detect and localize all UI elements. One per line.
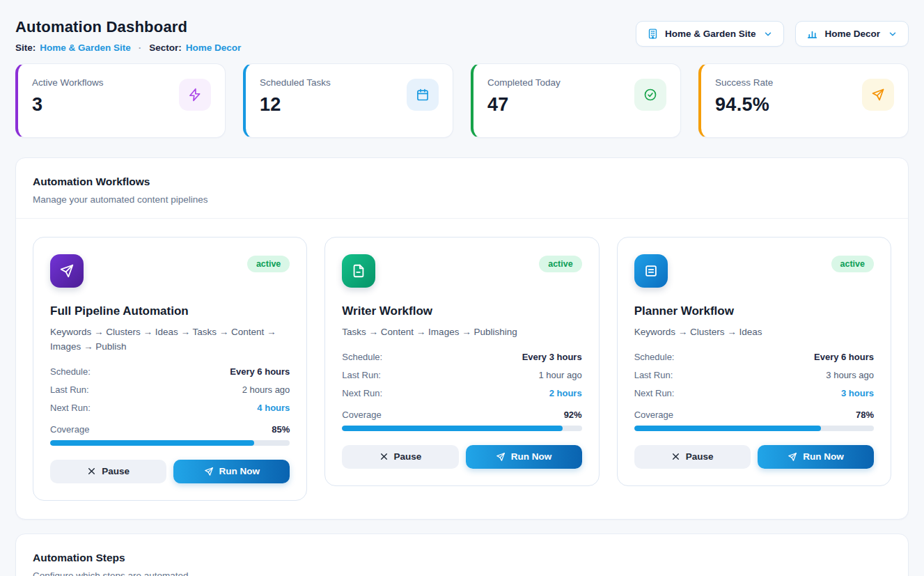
coverage-label: Coverage	[50, 424, 89, 435]
bar-chart-icon	[806, 28, 818, 40]
sector-link[interactable]: Home Decor	[186, 42, 242, 53]
workflow-title: Full Pipeline Automation	[50, 304, 290, 318]
coverage-value: 78%	[856, 410, 874, 420]
site-label: Site:	[15, 42, 36, 53]
send-icon	[496, 452, 506, 462]
steps-panel: Automation Steps Configure which steps a…	[15, 534, 909, 576]
schedule-label: Schedule:	[50, 366, 91, 377]
schedule-value: Every 6 hours	[230, 366, 290, 377]
workflow-pipeline: Keywords → Clusters → Ideas	[634, 325, 874, 340]
next-run-value: 4 hours	[257, 403, 290, 413]
check-circle-icon	[634, 79, 666, 111]
last-run-value: 1 hour ago	[538, 370, 581, 380]
send-icon	[788, 452, 797, 462]
chevron-down-icon	[763, 29, 773, 39]
next-run-value: 3 hours	[841, 388, 874, 398]
coverage-label: Coverage	[634, 410, 673, 420]
sector-selector-dropdown[interactable]: Home Decor	[795, 21, 909, 47]
status-badge: active	[539, 256, 581, 272]
last-run-label: Last Run:	[50, 384, 89, 395]
coverage-progress-bar	[50, 440, 290, 446]
next-run-value: 2 hours	[549, 388, 582, 398]
workflow-card-full-pipeline: active Full Pipeline Automation Keywords…	[33, 237, 307, 501]
next-run-label: Next Run:	[342, 388, 382, 398]
run-now-button[interactable]: Run Now	[466, 445, 582, 469]
last-run-row: Last Run: 1 hour ago	[342, 366, 581, 384]
last-run-value: 2 hours ago	[242, 384, 290, 395]
workflow-card-planner: active Planner Workflow Keywords → Clust…	[617, 237, 891, 486]
schedule-row: Schedule: Every 6 hours	[634, 348, 874, 366]
schedule-value: Every 6 hours	[814, 352, 874, 362]
breadcrumb: Site: Home & Garden Site · Sector: Home …	[15, 42, 241, 53]
send-icon	[862, 79, 894, 111]
run-now-button[interactable]: Run Now	[173, 460, 290, 483]
stat-value: 94.5%	[715, 94, 773, 116]
next-run-row: Next Run: 4 hours	[50, 399, 290, 417]
status-badge: active	[831, 256, 874, 272]
building-icon	[647, 28, 659, 40]
steps-title: Automation Steps	[33, 552, 891, 564]
stat-label: Completed Today	[487, 77, 561, 88]
sector-label: Sector:	[149, 42, 182, 53]
schedule-value: Every 3 hours	[522, 352, 582, 362]
coverage-progress-fill	[342, 426, 563, 431]
send-icon	[204, 467, 214, 476]
coverage-progress-fill	[634, 426, 822, 431]
page-title: Automation Dashboard	[15, 18, 241, 36]
schedule-row: Schedule: Every 3 hours	[342, 348, 581, 366]
site-selector-dropdown[interactable]: Home & Garden Site	[636, 21, 785, 47]
workflow-title: Planner Workflow	[634, 304, 874, 318]
schedule-label: Schedule:	[342, 352, 382, 362]
lightning-icon	[179, 79, 211, 111]
coverage-progress-bar	[342, 426, 581, 431]
last-run-value: 3 hours ago	[826, 370, 874, 380]
coverage-label: Coverage	[342, 410, 381, 420]
chevron-down-icon	[888, 29, 898, 39]
stats-row: Active Workflows 3 Scheduled Tasks 12 Co…	[15, 63, 909, 138]
stat-card-scheduled-tasks: Scheduled Tasks 12	[243, 63, 453, 138]
header-selectors: Home & Garden Site Home Decor	[636, 21, 909, 47]
coverage-progress-bar	[634, 426, 874, 431]
meta-separator: ·	[139, 42, 142, 53]
steps-subtitle: Configure which steps are automated	[33, 570, 891, 576]
send-icon	[50, 254, 84, 288]
stat-label: Success Rate	[715, 77, 773, 88]
workflow-pipeline: Tasks → Content → Images → Publishing	[342, 325, 581, 340]
file-text-icon	[342, 254, 375, 288]
workflows-subtitle: Manage your automated content pipelines	[33, 194, 891, 205]
run-now-button[interactable]: Run Now	[758, 445, 874, 469]
workflow-cards-grid: active Full Pipeline Automation Keywords…	[33, 237, 891, 501]
coverage-value: 85%	[272, 424, 290, 435]
stat-value: 47	[487, 94, 561, 116]
stat-card-active-workflows: Active Workflows 3	[15, 63, 226, 138]
last-run-row: Last Run: 2 hours ago	[50, 381, 290, 399]
site-link[interactable]: Home & Garden Site	[40, 42, 131, 53]
next-run-row: Next Run: 2 hours	[342, 384, 581, 403]
page-header: Automation Dashboard Site: Home & Garden…	[15, 18, 909, 53]
workflows-panel-header: Automation Workflows Manage your automat…	[16, 158, 908, 218]
next-run-label: Next Run:	[50, 403, 91, 413]
close-icon	[87, 467, 96, 476]
next-run-row: Next Run: 3 hours	[634, 384, 874, 403]
pause-button[interactable]: Pause	[634, 445, 751, 469]
last-run-label: Last Run:	[634, 370, 673, 380]
pause-button[interactable]: Pause	[50, 460, 166, 483]
coverage-value: 92%	[564, 410, 582, 420]
workflows-title: Automation Workflows	[33, 176, 891, 188]
status-badge: active	[247, 256, 290, 272]
stat-label: Scheduled Tasks	[260, 77, 331, 88]
last-run-row: Last Run: 3 hours ago	[634, 366, 874, 384]
schedule-label: Schedule:	[634, 352, 675, 362]
workflow-title: Writer Workflow	[342, 304, 581, 318]
pause-button[interactable]: Pause	[342, 445, 458, 469]
workflow-pipeline: Keywords → Clusters → Ideas → Tasks → Co…	[50, 325, 290, 355]
stat-label: Active Workflows	[32, 77, 104, 88]
stat-value: 3	[32, 94, 104, 116]
stat-card-success-rate: Success Rate 94.5%	[698, 63, 909, 138]
next-run-label: Next Run:	[634, 388, 675, 398]
stat-card-completed-today: Completed Today 47	[471, 63, 681, 138]
schedule-row: Schedule: Every 6 hours	[50, 363, 290, 381]
workflow-card-writer: active Writer Workflow Tasks → Content →…	[324, 237, 599, 486]
close-icon	[671, 452, 680, 461]
workflows-panel: Automation Workflows Manage your automat…	[15, 157, 909, 520]
